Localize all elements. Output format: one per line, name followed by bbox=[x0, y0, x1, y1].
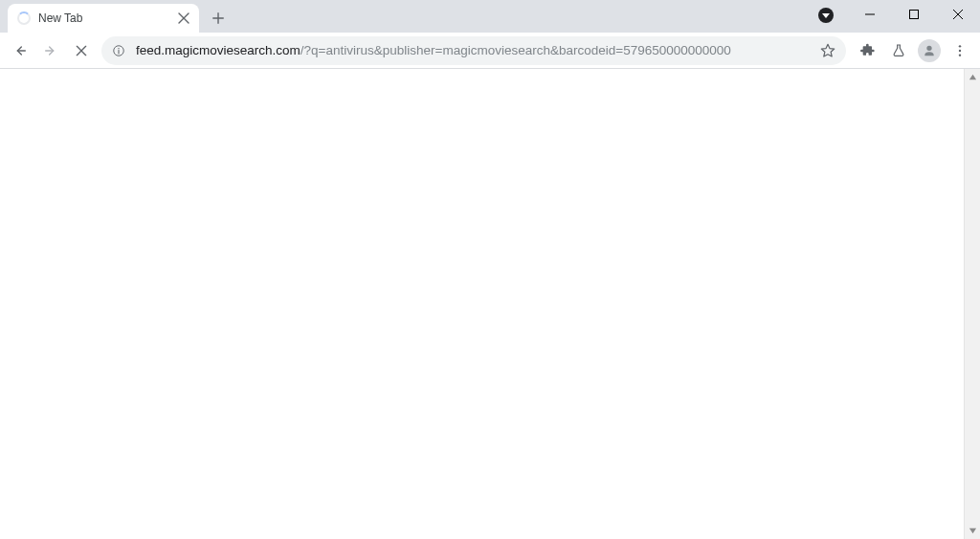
svg-point-3 bbox=[959, 45, 961, 47]
url-path-and-query: /?q=antivirus&publisher=magicmoviesearch… bbox=[301, 43, 731, 57]
page-viewport bbox=[0, 69, 980, 539]
arrow-left-icon bbox=[12, 43, 28, 58]
triangle-up-icon bbox=[969, 73, 977, 81]
loading-spinner-icon bbox=[17, 11, 31, 25]
back-button[interactable] bbox=[6, 36, 34, 65]
tab-close-button[interactable] bbox=[176, 11, 191, 26]
address-bar[interactable]: feed.magicmoviesearch.com/?q=antivirus&p… bbox=[101, 36, 846, 65]
stop-button[interactable] bbox=[67, 36, 96, 65]
extensions-button[interactable] bbox=[854, 36, 882, 65]
close-icon bbox=[74, 43, 89, 58]
avatar-icon bbox=[918, 39, 941, 62]
close-icon bbox=[176, 11, 191, 26]
svg-point-2 bbox=[118, 47, 119, 48]
profile-button[interactable] bbox=[915, 36, 944, 65]
tab-title: New Tab bbox=[38, 11, 176, 25]
url-text: feed.magicmoviesearch.com/?q=antivirus&p… bbox=[136, 43, 812, 57]
chevron-down-circle-icon bbox=[818, 8, 834, 23]
puzzle-icon bbox=[860, 43, 876, 58]
window-maximize-button[interactable] bbox=[892, 0, 936, 29]
new-tab-button[interactable] bbox=[205, 5, 232, 32]
svg-point-5 bbox=[959, 54, 961, 56]
tab-strip: New Tab bbox=[0, 0, 980, 33]
active-tab[interactable]: New Tab bbox=[8, 4, 199, 33]
vertical-scrollbar[interactable] bbox=[964, 69, 980, 539]
plus-icon bbox=[212, 11, 225, 25]
maximize-icon bbox=[909, 10, 919, 19]
window-minimize-button[interactable] bbox=[848, 0, 892, 29]
arrow-right-icon bbox=[43, 43, 58, 58]
url-host: feed.magicmoviesearch.com bbox=[136, 43, 301, 57]
menu-button[interactable] bbox=[946, 36, 974, 65]
close-icon bbox=[953, 10, 963, 19]
svg-rect-0 bbox=[910, 11, 919, 19]
star-icon bbox=[819, 42, 836, 59]
bookmark-button[interactable] bbox=[819, 42, 836, 59]
update-indicator[interactable] bbox=[815, 5, 836, 26]
site-info-button[interactable] bbox=[111, 43, 126, 58]
scroll-track[interactable] bbox=[965, 85, 980, 523]
scroll-down-button[interactable] bbox=[965, 523, 980, 539]
more-vertical-icon bbox=[952, 43, 968, 58]
info-icon bbox=[112, 44, 125, 57]
forward-button bbox=[36, 36, 65, 65]
scroll-up-button[interactable] bbox=[965, 69, 980, 85]
flask-icon bbox=[891, 43, 906, 58]
window-close-button[interactable] bbox=[936, 0, 980, 29]
labs-button[interactable] bbox=[884, 36, 913, 65]
window-controls bbox=[815, 0, 980, 33]
toolbar-right-icons bbox=[854, 36, 974, 65]
svg-point-4 bbox=[959, 49, 961, 51]
browser-toolbar: feed.magicmoviesearch.com/?q=antivirus&p… bbox=[0, 33, 980, 69]
triangle-down-icon bbox=[969, 527, 977, 535]
minimize-icon bbox=[865, 10, 875, 19]
